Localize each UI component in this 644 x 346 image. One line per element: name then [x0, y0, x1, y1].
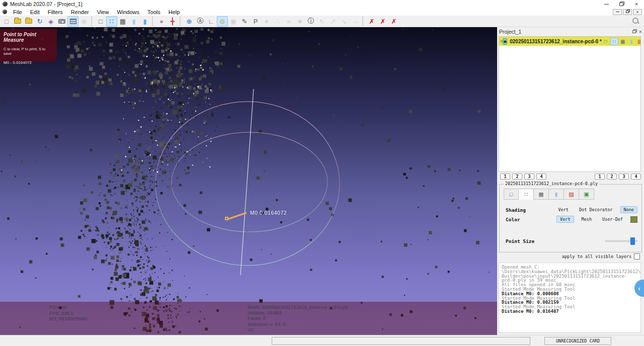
color-userdef-option[interactable]: User-Def: [599, 216, 626, 222]
apply-all-checkbox[interactable]: [634, 253, 640, 260]
smooth-icon[interactable]: ▮: [139, 16, 150, 27]
menu-help[interactable]: Help: [165, 8, 184, 16]
minimize-button[interactable]: [599, 0, 614, 8]
align-icon[interactable]: ∗: [261, 16, 272, 27]
shading-vert-option[interactable]: Vert: [555, 207, 572, 213]
restore-button[interactable]: [614, 0, 629, 8]
pointcloud-align-icon[interactable]: ∴: [272, 16, 283, 27]
bbox-icon[interactable]: □: [95, 16, 106, 27]
trackball-globe-icon[interactable]: ⊕: [184, 16, 195, 27]
pager-button-1[interactable]: 1: [500, 174, 510, 180]
render-mode: BO_RENDERING: [49, 316, 88, 322]
menu-edit[interactable]: Edit: [26, 8, 44, 16]
points-icon[interactable]: ∷: [519, 189, 534, 200]
snapshot-icon[interactable]: [56, 16, 67, 27]
flat-icon[interactable]: ▮: [128, 16, 139, 27]
axes-icon[interactable]: ╋: [167, 16, 178, 27]
bbox-icon[interactable]: □: [504, 189, 519, 200]
pager-right: 1234: [595, 174, 641, 180]
menu-file[interactable]: File: [9, 8, 26, 16]
menu-tools[interactable]: Tools: [143, 8, 165, 16]
shading-dot-decorator-option[interactable]: Dot Decorator: [576, 207, 616, 213]
close-panel-icon[interactable]: ×: [639, 29, 642, 35]
info-icon[interactable]: ⓘ: [305, 16, 316, 27]
reload-icon[interactable]: ↻: [34, 16, 45, 27]
decimator-icon[interactable]: ∝: [283, 16, 294, 27]
lattice-icon[interactable]: ●: [156, 16, 167, 27]
menu-render[interactable]: Render: [67, 8, 93, 16]
color-mesh-option[interactable]: Mesh: [579, 216, 595, 222]
tape-measure-icon[interactable]: ⊙: [217, 16, 228, 27]
sensor-camera-icon[interactable]: ▣: [228, 16, 239, 27]
zpaint-icon[interactable]: ✎: [239, 16, 250, 27]
mdi-restore-button[interactable]: [623, 9, 632, 15]
texture-icon[interactable]: ▨: [636, 38, 641, 45]
minimize-icon: [616, 12, 619, 12]
visibility-eye-icon[interactable]: ◉: [503, 38, 507, 45]
layer-row[interactable]: > ◉ 0 20250113151723612_instance-pcd-0 *…: [499, 37, 640, 46]
layer-dock-panel: Project_1 × > ◉ 0 20250113151723612_inst…: [497, 27, 644, 335]
search-icon[interactable]: [632, 17, 640, 25]
shader-icon[interactable]: ▣: [579, 189, 594, 200]
angle-measure-icon[interactable]: ∟: [206, 16, 217, 27]
new-project-icon[interactable]: □: [1, 16, 12, 27]
meshlab-logo-icon: [3, 10, 7, 14]
flat-icon[interactable]: ▮: [627, 38, 635, 45]
annotation-icon[interactable]: Ⓐ: [195, 16, 206, 27]
userdef-color-swatch[interactable]: [630, 216, 637, 223]
bbox-icon[interactable]: □: [602, 38, 610, 45]
pager-button-3[interactable]: 3: [524, 174, 534, 180]
point-cloud-canvas[interactable]: [0, 27, 497, 335]
menu-windows[interactable]: Windows: [113, 8, 143, 16]
mdi-minimize-button[interactable]: [613, 9, 622, 15]
measure-overlay-title: Point to Point Measure: [4, 32, 54, 43]
select-vertices-icon[interactable]: ↖: [316, 16, 328, 27]
toolbar-separator: [91, 17, 94, 26]
viewport-info-strip: FOV: 60 FPS: 238.1 BO_RENDERING Mesh: 20…: [0, 302, 497, 335]
color-vert-option[interactable]: Vert: [556, 216, 574, 223]
show-raster-icon[interactable]: ⊕: [78, 16, 90, 27]
import-mesh-icon[interactable]: [23, 16, 34, 27]
groupbox-title: 20250113151723612_instance-pcd-0.ply: [504, 181, 599, 186]
menu-view[interactable]: View: [93, 8, 113, 16]
select-faces-icon[interactable]: ↗: [328, 16, 339, 27]
close-button[interactable]: ×: [629, 0, 644, 8]
mesh-vertices: Vertices: 20,863: [248, 310, 348, 315]
pager-button-4[interactable]: 4: [631, 174, 641, 180]
wireframe-icon[interactable]: ▦: [117, 16, 128, 27]
select-area-icon[interactable]: ↘: [339, 16, 350, 27]
pager-button-2[interactable]: 2: [607, 174, 617, 180]
georef-icon[interactable]: ★: [294, 16, 305, 27]
apply-all-label: apply to all visible layers: [562, 254, 631, 259]
show-layer-dialog-icon[interactable]: [67, 16, 78, 27]
snapshot-icon: [58, 19, 65, 24]
select-arrow-icon[interactable]: →: [350, 16, 361, 27]
points-icon[interactable]: ∷: [610, 38, 618, 45]
restore-icon: [626, 11, 629, 13]
status-message-panel: [272, 337, 530, 345]
wireframe-icon[interactable]: ▦: [619, 38, 627, 45]
points-icon[interactable]: ∷: [106, 16, 117, 27]
open-project-icon[interactable]: [12, 16, 23, 27]
point-size-slider[interactable]: [605, 237, 637, 245]
delete-current-mesh-icon[interactable]: ✗: [366, 16, 377, 27]
pager-button-3[interactable]: 3: [619, 174, 629, 180]
menu-filters[interactable]: Filters: [44, 8, 67, 16]
export-mesh-icon[interactable]: ◈: [45, 16, 56, 27]
delete-current-raster-icon[interactable]: ✗: [377, 16, 388, 27]
paintbox-icon[interactable]: P: [250, 16, 261, 27]
float-panel-icon[interactable]: [632, 30, 636, 33]
texture-icon[interactable]: ▨: [564, 189, 579, 200]
wireframe-icon[interactable]: ▦: [534, 189, 549, 200]
slider-handle[interactable]: [630, 237, 635, 245]
log-output: Opened mesh C:\Users\dex\kuawei_data\Pic…: [499, 263, 641, 333]
import-mesh-icon: [25, 19, 32, 24]
shading-none-option[interactable]: None: [620, 206, 637, 213]
pager-button-4[interactable]: 4: [536, 174, 546, 180]
pager-button-1[interactable]: 1: [595, 174, 605, 180]
delete-all-icon[interactable]: ✗: [388, 16, 399, 27]
3d-viewport[interactable]: Point to Point Measure C to clear, P to …: [0, 27, 497, 335]
flat-icon[interactable]: ▮: [549, 189, 564, 200]
pager-button-2[interactable]: 2: [512, 174, 522, 180]
mdi-close-button[interactable]: ×: [633, 9, 642, 15]
